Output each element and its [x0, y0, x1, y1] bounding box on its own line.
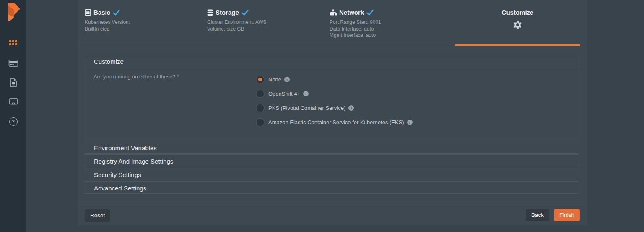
help-glyph: ? — [9, 117, 18, 126]
back-button[interactable]: Back — [526, 209, 549, 221]
info-icon[interactable]: i — [348, 105, 354, 111]
step-complete-check-icon — [113, 10, 120, 16]
step-complete-check-icon — [242, 10, 249, 16]
network-tree-icon — [330, 9, 337, 16]
finish-button[interactable]: Finish — [554, 209, 580, 221]
reset-button[interactable]: Reset — [85, 209, 110, 222]
step-tab-basic[interactable]: Basic Kubernetes Version: BuiltIn etcd — [85, 9, 202, 32]
info-icon[interactable]: i — [303, 91, 309, 96]
step-label: Storage — [216, 9, 239, 16]
step-complete-check-icon — [366, 10, 374, 16]
radio-selected-icon[interactable] — [256, 75, 265, 84]
step-tab-storage[interactable]: Storage Cluster Environment: AWS Volume,… — [207, 9, 325, 32]
step-summary-line: Port Range Start: 9001 — [330, 19, 447, 26]
credit-card-icon[interactable] — [8, 60, 18, 67]
accordion-panel-environment-variables[interactable]: Environment Variables — [84, 141, 579, 154]
step-label: Network — [339, 9, 364, 16]
sidebar: ? — [0, 0, 26, 232]
info-icon[interactable]: i — [284, 77, 290, 82]
wizard-footer: Reset Back Finish — [78, 203, 587, 225]
radio-option-label: PKS (Pivotal Container Service) — [268, 105, 345, 111]
radio-unselected-icon[interactable] — [256, 104, 265, 112]
radio-option-eks[interactable]: Amazon Elastic Container Service for Kub… — [256, 118, 413, 127]
gear-icon — [513, 20, 522, 30]
radio-option-label: None — [268, 76, 281, 83]
document-icon[interactable] — [10, 78, 17, 87]
accordion-panel-security-settings[interactable]: Security Settings — [84, 168, 579, 180]
accordion-header[interactable]: Environment Variables — [84, 141, 579, 154]
portworx-spec-wizard: ? Basic Kubernetes Version: BuiltIn etcd — [0, 0, 644, 232]
laptop-icon[interactable] — [8, 98, 18, 105]
step-label: Customize — [502, 9, 534, 16]
accordion-header-customize[interactable]: Customize — [84, 55, 579, 68]
step-label: Basic — [93, 9, 110, 16]
accordion-panel-customize: Customize Are you running on either of t… — [84, 55, 579, 138]
step-summary-line: Data Interface: auto — [330, 26, 447, 33]
accordion-header[interactable]: Security Settings — [84, 168, 579, 181]
help-icon[interactable]: ? — [9, 117, 18, 126]
accordion-header[interactable]: Registry And Image Settings — [84, 155, 579, 167]
radio-option-label: OpenShift 4+ — [268, 91, 300, 97]
step-summary-line: Volume, size GB — [207, 26, 325, 33]
radio-unselected-icon[interactable] — [256, 118, 265, 127]
step-summary-line: Kubernetes Version: — [85, 19, 202, 26]
list-icon — [85, 9, 91, 16]
radio-unselected-icon[interactable] — [256, 89, 265, 98]
step-tab-customize[interactable]: Customize — [455, 9, 580, 30]
database-icon — [207, 9, 213, 16]
question-label: Are you running on either of these? * — [93, 74, 179, 80]
radio-option-openshift[interactable]: OpenShift 4+ i — [256, 89, 413, 98]
accordion-panel-registry-image-settings[interactable]: Registry And Image Settings — [84, 154, 579, 167]
radio-group-platform: None i OpenShift 4+ i PKS (Pivotal Conta… — [256, 75, 413, 132]
accordion-panel-advanced-settings[interactable]: Advanced Settings — [84, 181, 579, 194]
step-tab-network[interactable]: Network Port Range Start: 9001 Data Inte… — [330, 9, 447, 39]
apps-grid-icon[interactable] — [9, 40, 18, 46]
step-summary-line: Cluster Environment: AWS — [207, 19, 325, 26]
accordion-header[interactable]: Advanced Settings — [84, 182, 579, 194]
radio-option-none[interactable]: None i — [256, 75, 413, 84]
radio-option-pks[interactable]: PKS (Pivotal Container Service) i — [256, 104, 413, 112]
step-summary-line: BuiltIn etcd — [85, 26, 202, 33]
active-step-indicator — [455, 44, 580, 46]
radio-option-label: Amazon Elastic Container Service for Kub… — [268, 119, 404, 125]
step-summary-line: Mgmt Interface: auto — [330, 32, 447, 39]
portworx-logo-icon[interactable] — [5, 3, 21, 22]
info-icon[interactable]: i — [407, 120, 413, 125]
